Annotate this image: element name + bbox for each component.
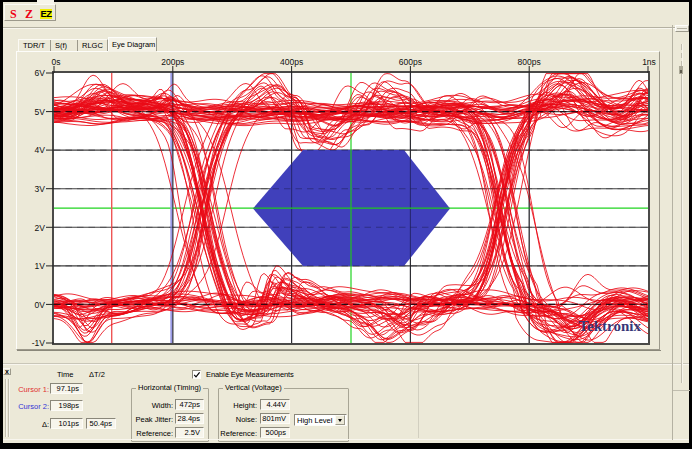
svg-text:4V: 4V [35,145,46,155]
svg-text:400ps: 400ps [280,57,303,67]
svg-text:0V: 0V [35,300,46,310]
svg-text:Tektronix: Tektronix [578,318,641,334]
svg-text:6V: 6V [35,68,46,78]
svg-text:800ps: 800ps [518,57,541,67]
svg-text:0s: 0s [52,57,61,67]
svg-text:1ns: 1ns [642,57,656,67]
svg-text:-1V: -1V [32,338,46,348]
svg-text:5V: 5V [35,107,46,117]
svg-text:3V: 3V [35,184,46,194]
svg-text:600ps: 600ps [399,57,422,67]
svg-text:1V: 1V [35,261,46,271]
svg-text:2V: 2V [35,223,46,233]
svg-text:200ps: 200ps [161,57,184,67]
